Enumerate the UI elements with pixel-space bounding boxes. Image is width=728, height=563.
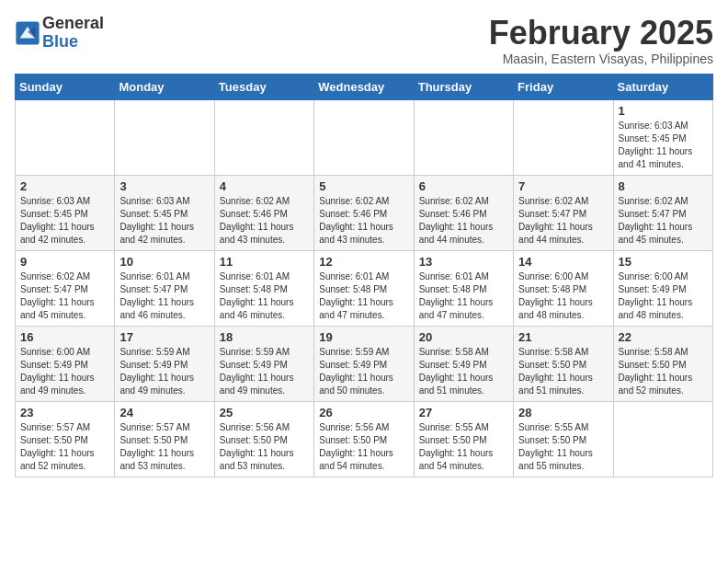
day-info: Sunrise: 5:58 AM Sunset: 5:50 PM Dayligh… <box>518 346 608 397</box>
day-info: Sunrise: 5:56 AM Sunset: 5:50 PM Dayligh… <box>220 421 309 473</box>
header-saturday: Saturday <box>613 74 712 99</box>
calendar-cell: 13Sunrise: 6:01 AM Sunset: 5:48 PM Dayli… <box>414 250 513 326</box>
calendar-cell <box>613 401 712 477</box>
calendar-cell: 2Sunrise: 6:03 AM Sunset: 5:45 PM Daylig… <box>16 175 115 250</box>
calendar-cell: 8Sunrise: 6:02 AM Sunset: 5:47 PM Daylig… <box>613 175 712 250</box>
week-row-0: 1Sunrise: 6:03 AM Sunset: 5:45 PM Daylig… <box>16 99 713 175</box>
calendar-cell: 18Sunrise: 5:59 AM Sunset: 5:49 PM Dayli… <box>214 326 313 401</box>
day-number: 19 <box>319 330 408 344</box>
calendar-cell: 25Sunrise: 5:56 AM Sunset: 5:50 PM Dayli… <box>214 401 313 477</box>
title-block: February 2025 Maasin, Eastern Visayas, P… <box>489 15 713 66</box>
day-info: Sunrise: 6:01 AM Sunset: 5:48 PM Dayligh… <box>419 270 508 322</box>
calendar-cell: 27Sunrise: 5:55 AM Sunset: 5:50 PM Dayli… <box>414 401 513 477</box>
calendar-cell: 24Sunrise: 5:57 AM Sunset: 5:50 PM Dayli… <box>115 401 214 477</box>
day-number: 11 <box>220 255 309 269</box>
calendar-cell: 5Sunrise: 6:02 AM Sunset: 5:46 PM Daylig… <box>314 175 414 250</box>
logo-blue: Blue <box>42 33 104 52</box>
header-wednesday: Wednesday <box>314 74 414 99</box>
day-number: 14 <box>518 255 608 269</box>
month-title: February 2025 <box>489 15 713 52</box>
calendar-cell <box>214 99 313 175</box>
calendar-cell <box>314 99 414 175</box>
calendar-cell: 21Sunrise: 5:58 AM Sunset: 5:50 PM Dayli… <box>514 326 613 401</box>
day-info: Sunrise: 5:59 AM Sunset: 5:49 PM Dayligh… <box>220 346 309 397</box>
header-friday: Friday <box>514 74 613 99</box>
calendar-cell: 11Sunrise: 6:01 AM Sunset: 5:48 PM Dayli… <box>214 250 313 326</box>
day-info: Sunrise: 6:01 AM Sunset: 5:47 PM Dayligh… <box>119 270 209 322</box>
day-number: 20 <box>419 330 508 344</box>
day-info: Sunrise: 5:55 AM Sunset: 5:50 PM Dayligh… <box>518 421 608 473</box>
day-number: 4 <box>220 179 309 193</box>
day-number: 10 <box>119 255 209 269</box>
day-info: Sunrise: 5:59 AM Sunset: 5:49 PM Dayligh… <box>319 346 408 397</box>
header-monday: Monday <box>115 74 214 99</box>
calendar-cell: 22Sunrise: 5:58 AM Sunset: 5:50 PM Dayli… <box>613 326 712 401</box>
day-number: 7 <box>518 179 608 193</box>
calendar-cell: 6Sunrise: 6:02 AM Sunset: 5:46 PM Daylig… <box>414 175 513 250</box>
header-thursday: Thursday <box>414 74 513 99</box>
calendar-body: 1Sunrise: 6:03 AM Sunset: 5:45 PM Daylig… <box>16 99 713 477</box>
day-number: 28 <box>518 406 608 419</box>
calendar-cell <box>115 99 214 175</box>
day-info: Sunrise: 5:57 AM Sunset: 5:50 PM Dayligh… <box>20 421 109 473</box>
day-number: 21 <box>518 330 608 344</box>
logo-icon <box>15 20 40 46</box>
day-number: 13 <box>419 255 508 269</box>
day-info: Sunrise: 5:58 AM Sunset: 5:49 PM Dayligh… <box>419 346 508 397</box>
day-info: Sunrise: 6:01 AM Sunset: 5:48 PM Dayligh… <box>319 270 408 322</box>
day-info: Sunrise: 6:02 AM Sunset: 5:46 PM Dayligh… <box>319 195 408 247</box>
day-info: Sunrise: 6:02 AM Sunset: 5:46 PM Dayligh… <box>220 195 309 247</box>
day-info: Sunrise: 6:02 AM Sunset: 5:47 PM Dayligh… <box>619 195 708 247</box>
day-number: 3 <box>119 179 209 193</box>
day-info: Sunrise: 6:00 AM Sunset: 5:48 PM Dayligh… <box>518 270 608 322</box>
day-info: Sunrise: 5:57 AM Sunset: 5:50 PM Dayligh… <box>119 421 209 473</box>
day-info: Sunrise: 5:56 AM Sunset: 5:50 PM Dayligh… <box>319 421 408 473</box>
day-info: Sunrise: 6:00 AM Sunset: 5:49 PM Dayligh… <box>619 270 708 322</box>
calendar-table: SundayMondayTuesdayWednesdayThursdayFrid… <box>15 74 713 477</box>
day-info: Sunrise: 6:02 AM Sunset: 5:47 PM Dayligh… <box>20 270 109 322</box>
day-number: 2 <box>20 179 109 193</box>
calendar-cell: 7Sunrise: 6:02 AM Sunset: 5:47 PM Daylig… <box>514 175 613 250</box>
calendar-cell: 28Sunrise: 5:55 AM Sunset: 5:50 PM Dayli… <box>514 401 613 477</box>
calendar-cell: 23Sunrise: 5:57 AM Sunset: 5:50 PM Dayli… <box>16 401 115 477</box>
calendar-cell: 16Sunrise: 6:00 AM Sunset: 5:49 PM Dayli… <box>16 326 115 401</box>
calendar-cell <box>16 99 115 175</box>
calendar-cell: 14Sunrise: 6:00 AM Sunset: 5:48 PM Dayli… <box>514 250 613 326</box>
day-number: 27 <box>419 406 508 419</box>
day-info: Sunrise: 6:01 AM Sunset: 5:48 PM Dayligh… <box>220 270 309 322</box>
day-number: 6 <box>419 179 508 193</box>
day-info: Sunrise: 6:03 AM Sunset: 5:45 PM Dayligh… <box>20 195 109 247</box>
day-number: 8 <box>619 179 708 193</box>
header-tuesday: Tuesday <box>214 74 313 99</box>
day-number: 24 <box>119 406 209 419</box>
calendar-cell: 26Sunrise: 5:56 AM Sunset: 5:50 PM Dayli… <box>314 401 414 477</box>
calendar-cell <box>514 99 613 175</box>
day-number: 1 <box>619 104 708 118</box>
logo-text: General Blue <box>42 15 104 52</box>
day-number: 18 <box>220 330 309 344</box>
header-row: SundayMondayTuesdayWednesdayThursdayFrid… <box>16 74 713 99</box>
logo: General Blue <box>15 15 104 52</box>
day-info: Sunrise: 5:55 AM Sunset: 5:50 PM Dayligh… <box>419 421 508 473</box>
calendar-cell: 10Sunrise: 6:01 AM Sunset: 5:47 PM Dayli… <box>115 250 214 326</box>
calendar-cell: 15Sunrise: 6:00 AM Sunset: 5:49 PM Dayli… <box>613 250 712 326</box>
day-info: Sunrise: 6:02 AM Sunset: 5:47 PM Dayligh… <box>518 195 608 247</box>
day-info: Sunrise: 6:02 AM Sunset: 5:46 PM Dayligh… <box>419 195 508 247</box>
calendar-cell <box>414 99 513 175</box>
calendar-cell: 17Sunrise: 5:59 AM Sunset: 5:49 PM Dayli… <box>115 326 214 401</box>
calendar-cell: 4Sunrise: 6:02 AM Sunset: 5:46 PM Daylig… <box>214 175 313 250</box>
day-info: Sunrise: 6:03 AM Sunset: 5:45 PM Dayligh… <box>119 195 209 247</box>
week-row-1: 2Sunrise: 6:03 AM Sunset: 5:45 PM Daylig… <box>16 175 713 250</box>
day-number: 23 <box>20 406 109 419</box>
location: Maasin, Eastern Visayas, Philippines <box>489 52 713 66</box>
week-row-2: 9Sunrise: 6:02 AM Sunset: 5:47 PM Daylig… <box>16 250 713 326</box>
calendar-cell: 19Sunrise: 5:59 AM Sunset: 5:49 PM Dayli… <box>314 326 414 401</box>
calendar-cell: 20Sunrise: 5:58 AM Sunset: 5:49 PM Dayli… <box>414 326 513 401</box>
day-number: 25 <box>220 406 309 419</box>
calendar-cell: 12Sunrise: 6:01 AM Sunset: 5:48 PM Dayli… <box>314 250 414 326</box>
calendar-cell: 1Sunrise: 6:03 AM Sunset: 5:45 PM Daylig… <box>613 99 712 175</box>
day-number: 22 <box>619 330 708 344</box>
day-number: 26 <box>319 406 408 419</box>
calendar-cell: 3Sunrise: 6:03 AM Sunset: 5:45 PM Daylig… <box>115 175 214 250</box>
day-number: 17 <box>119 330 209 344</box>
